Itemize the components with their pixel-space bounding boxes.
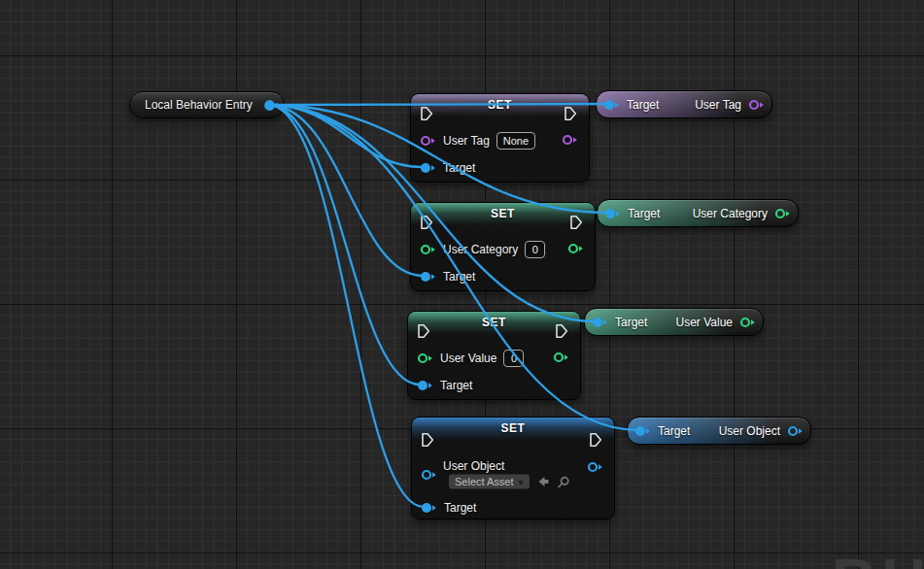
set-node-header: SET — [411, 94, 589, 119]
wire-entry-to-set-user-tag-target[interactable] — [268, 105, 423, 167]
target-input-pin-icon[interactable] — [421, 502, 437, 514]
target-input-pin-icon[interactable] — [604, 208, 621, 219]
entry-output-pin-icon[interactable] — [263, 99, 281, 112]
user-tag-pin-label: User Tag — [443, 134, 490, 148]
user-value-output-pin-icon[interactable] — [739, 317, 756, 328]
user-object-output-pin-icon[interactable] — [787, 425, 804, 437]
set-user-tag-node[interactable]: SET User Tag None Target — [410, 93, 590, 183]
user-value-output-pin-icon[interactable] — [553, 351, 569, 363]
wire-entry-to-set-user-category-target[interactable] — [268, 105, 423, 276]
blueprint-graph-canvas[interactable]: BHU Local Behavior Entry SET User Tag No… — [0, 0, 924, 569]
set-node-title: SET — [412, 418, 614, 435]
browse-asset-icon[interactable] — [557, 475, 570, 488]
user-value-var-label: User Value — [676, 316, 733, 329]
get-user-value-node[interactable]: Target User Value — [584, 308, 764, 336]
target-input-pin-icon[interactable] — [420, 271, 436, 283]
target-input-pin-icon[interactable] — [592, 317, 608, 328]
user-object-output-pin-icon[interactable] — [587, 461, 603, 473]
user-tag-output-pin-icon[interactable] — [748, 99, 765, 111]
target-input-pin-icon[interactable] — [420, 162, 436, 174]
exec-in-pin-icon[interactable] — [420, 215, 433, 230]
user-tag-input-pin-icon[interactable] — [420, 135, 436, 147]
user-tag-value-field[interactable]: None — [496, 132, 535, 150]
dropdown-arrow-icon: ▾ — [519, 477, 524, 486]
exec-in-pin-icon[interactable] — [420, 106, 433, 121]
target-pin-label: Target — [443, 161, 475, 175]
wire-entry-to-set-user-object-target[interactable] — [268, 105, 424, 507]
target-pin-label: Target — [658, 424, 690, 438]
get-user-tag-node[interactable]: Target User Tag — [596, 90, 772, 118]
set-user-object-node[interactable]: SET User Object Select Asset▾ — [411, 417, 615, 519]
target-input-pin-icon[interactable] — [634, 425, 651, 437]
get-user-category-node[interactable]: Target User Category — [597, 199, 799, 227]
select-asset-dropdown[interactable]: Select Asset▾ — [449, 475, 530, 489]
user-value-value-field[interactable]: 0 — [503, 350, 524, 367]
set-node-title: SET — [411, 203, 595, 220]
user-category-input-pin-icon[interactable] — [420, 244, 436, 255]
user-object-var-label: User Object — [719, 424, 780, 438]
exec-out-pin-icon[interactable] — [589, 432, 602, 448]
user-category-var-label: User Category — [693, 207, 768, 220]
user-value-input-pin-icon[interactable] — [417, 352, 433, 364]
user-category-value-field[interactable]: 0 — [525, 241, 545, 258]
node-local-behavior-entry[interactable]: Local Behavior Entry — [129, 91, 285, 118]
user-category-output-pin-icon[interactable] — [567, 243, 584, 254]
target-pin-label: Target — [443, 270, 475, 284]
target-pin-label: Target — [627, 98, 659, 112]
target-pin-label: Target — [628, 207, 660, 220]
set-node-header: SET — [411, 203, 595, 228]
target-pin-label: Target — [444, 501, 476, 515]
target-input-pin-icon[interactable] — [417, 380, 433, 391]
entry-node-title: Local Behavior Entry — [130, 98, 263, 112]
user-tag-output-pin-icon[interactable] — [562, 134, 578, 146]
graph-watermark: BHU — [832, 546, 924, 569]
target-input-pin-icon[interactable] — [603, 99, 620, 111]
user-tag-var-label: User Tag — [695, 98, 741, 112]
user-category-output-pin-icon[interactable] — [774, 208, 791, 219]
target-pin-label: Target — [440, 379, 472, 392]
set-node-title: SET — [411, 94, 589, 112]
set-user-category-node[interactable]: SET User Category 0 Target — [410, 202, 596, 291]
user-object-pin-label: User Object — [443, 459, 504, 473]
set-user-value-node[interactable]: SET User Value 0 Target — [407, 311, 581, 400]
user-category-pin-label: User Category — [443, 243, 518, 256]
exec-out-pin-icon[interactable] — [569, 215, 583, 230]
user-value-pin-label: User Value — [440, 351, 496, 365]
user-object-input-pin-icon[interactable] — [421, 469, 437, 481]
exec-out-pin-icon[interactable] — [555, 323, 568, 339]
target-pin-label: Target — [615, 316, 647, 329]
set-node-header: SET — [412, 418, 614, 443]
exec-out-pin-icon[interactable] — [564, 106, 577, 121]
exec-in-pin-icon[interactable] — [417, 323, 430, 339]
wire-entry-to-set-user-value-target[interactable] — [268, 105, 420, 385]
use-selected-asset-icon[interactable] — [536, 476, 550, 488]
get-user-object-node[interactable]: Target User Object — [627, 417, 811, 445]
exec-in-pin-icon[interactable] — [421, 432, 434, 448]
